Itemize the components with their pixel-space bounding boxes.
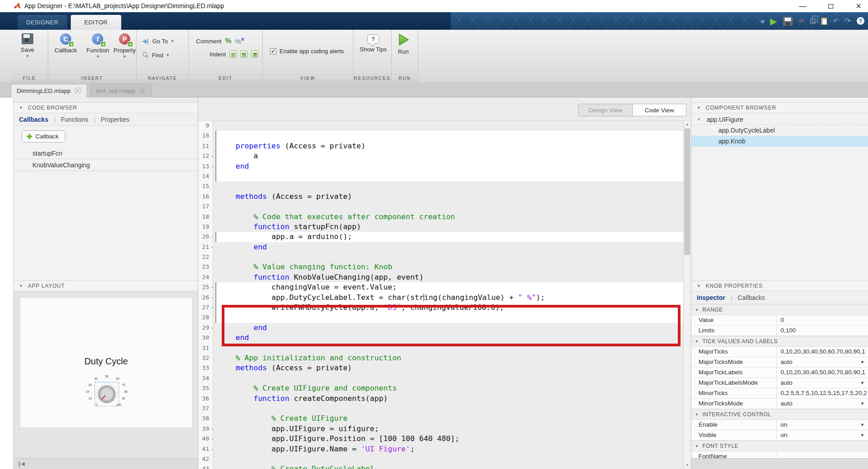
code-line[interactable]: 22 [198, 252, 683, 262]
property-section-header[interactable]: ▼RANGE [691, 304, 868, 315]
callback-list-item[interactable]: KnobValueChanging [14, 159, 198, 171]
property-value[interactable]: 0,100 [777, 326, 868, 336]
knob-properties-header[interactable]: ▼ KNOB PROPERTIES [691, 280, 868, 291]
property-value[interactable]: auto▼ [777, 399, 868, 409]
find-button[interactable]: Find ▼ [142, 51, 169, 59]
cut-icon[interactable]: ✂ [799, 18, 804, 25]
code-line[interactable]: 11 properties (Access = private) [198, 141, 683, 151]
code-line[interactable]: 14 [198, 171, 683, 181]
minimize-button[interactable]: — [798, 1, 808, 11]
tab-properties[interactable]: Properties [95, 116, 135, 123]
design-view-button[interactable]: Design View [579, 104, 632, 116]
code-text[interactable]: % Value changing function: Knob [218, 262, 392, 272]
code-line[interactable]: 35 % Create UIFigure and components [198, 383, 683, 393]
code-line[interactable]: 29- end [198, 323, 683, 333]
close-button[interactable]: × [854, 1, 863, 11]
code-line[interactable]: 13- end [198, 161, 683, 171]
code-text[interactable]: writePWMDutyCycle(app.a, 'D3', changingV… [218, 303, 504, 313]
knob-preview[interactable]: 0102030405060708090100 [80, 372, 134, 410]
code-line[interactable]: 41- app.UIFigure.Name = 'UI Figure'; [198, 444, 683, 454]
code-text[interactable]: % Code that executes after component cre… [218, 212, 455, 222]
code-line[interactable]: 20- app.a = arduino(); [198, 232, 683, 242]
coding-alerts-checkbox[interactable]: ✓ Enable app coding alerts [270, 48, 344, 55]
property-value[interactable]: 0 [777, 315, 868, 325]
tab-callbacks[interactable]: Callbacks [14, 116, 54, 123]
dropdown-arrow-icon[interactable]: ▼ [860, 399, 864, 409]
tab-callbacks[interactable]: Callbacks [732, 294, 771, 301]
code-line[interactable]: 32 % App initialization and construction [198, 353, 683, 363]
code-line[interactable]: 21- end [198, 242, 683, 252]
dropdown-arrow-icon[interactable]: ▼ [860, 357, 864, 367]
code-text[interactable]: app.UIFigure.Position = [100 100 640 480… [218, 434, 459, 444]
code-line[interactable]: 31 [198, 343, 683, 353]
code-text[interactable]: function startupFcn(app) [218, 222, 361, 232]
property-value[interactable]: auto▼ [777, 378, 868, 388]
code-text[interactable]: % Create UIFigure [218, 414, 347, 423]
scroll-down-arrow[interactable]: ▼ [684, 462, 691, 469]
code-text[interactable]: changingValue = event.Value; [218, 282, 397, 292]
tab-close-icon[interactable]: ✕ [74, 87, 81, 94]
property-value[interactable]: 0,10,20,30,40,50,60,70,80,90,1 [777, 368, 868, 377]
undo-icon[interactable]: ↶ [833, 18, 839, 25]
property-section-header[interactable]: ▼INTERACTIVE CONTROL [691, 409, 868, 420]
tab-functions[interactable]: Functions [55, 116, 94, 123]
code-line[interactable]: 26- app.DutyCycleLabel.Text = char(strin… [198, 293, 683, 303]
comment-icon[interactable]: % [225, 37, 231, 45]
code-line[interactable]: 39- app.UIFigure = uifigure; [198, 424, 683, 434]
collapse-panel-icon[interactable]: ❙◀ [17, 461, 24, 467]
dropdown-arrow-icon[interactable]: ▼ [860, 430, 864, 440]
show-tips-button[interactable]: ? Show Tips [360, 34, 387, 53]
code-line[interactable]: 42 [198, 454, 683, 464]
add-property-button[interactable]: P+ Property ▼ [114, 33, 136, 59]
copy-icon[interactable] [810, 18, 815, 24]
code-line[interactable]: 24 function KnobValueChanging(app, event… [198, 272, 683, 282]
redo-icon[interactable]: ↷ [845, 18, 851, 25]
property-value[interactable]: 0,10,20,30,40,50,60,70,80,90,1 [777, 347, 868, 357]
code-line[interactable]: 43 % Create DutyCycleLabel [198, 464, 683, 469]
indent-right-icon[interactable] [240, 51, 247, 58]
property-section-header[interactable]: ▼TICK VALUES AND LABELS [691, 336, 868, 347]
code-text[interactable]: function createComponents(app) [218, 394, 388, 404]
ribbon-tab-designer[interactable]: DESIGNER [18, 15, 67, 30]
code-line[interactable]: 37 [198, 404, 683, 414]
property-value[interactable] [777, 451, 868, 458]
run-icon[interactable]: ▶ [770, 17, 777, 26]
add-function-button[interactable]: f+ Function ▼ [87, 33, 109, 59]
run-button[interactable]: Run [397, 33, 410, 55]
code-text[interactable]: end [218, 242, 267, 252]
component-tree-item[interactable]: ▼app.UIFigure [691, 114, 868, 125]
code-line[interactable]: 33 methods (Access = private) [198, 363, 683, 373]
code-line[interactable]: 19 function startupFcn(app) [198, 222, 683, 232]
code-text[interactable]: app.DutyCycleLabel.Text = char(string(ch… [218, 293, 545, 303]
code-text[interactable]: end [218, 323, 267, 333]
dropdown-arrow-icon[interactable]: ▼ [860, 420, 864, 430]
property-value[interactable]: on▼ [777, 430, 868, 440]
component-tree-item[interactable]: app.Knob [691, 136, 868, 147]
code-text[interactable]: % Create UIFigure and components [218, 383, 397, 393]
collapse-chevron-icon[interactable]: ◀ [759, 18, 764, 24]
tab-inspector[interactable]: Inspector [691, 294, 731, 301]
dropdown-arrow-icon[interactable]: ▼ [860, 378, 864, 388]
code-editor[interactable]: 91011 properties (Access = private)12- a… [198, 121, 691, 469]
code-line[interactable]: 40- app.UIFigure.Position = [100 100 640… [198, 434, 683, 444]
help-icon[interactable]: ? [857, 17, 864, 25]
code-browser-header[interactable]: ▼ CODE BROWSER [14, 102, 198, 113]
smart-indent-icon[interactable] [229, 51, 237, 58]
indent-left-icon[interactable] [251, 51, 258, 58]
code-line[interactable]: 25- changingValue = event.Value; [198, 282, 683, 292]
code-line[interactable]: 38 % Create UIFigure [198, 414, 683, 423]
code-text[interactable]: properties (Access = private) [218, 141, 365, 151]
code-line[interactable]: 17 [198, 202, 683, 212]
maximize-button[interactable] [826, 1, 836, 11]
code-text[interactable]: app.UIFigure.Name = 'UI Figure'; [218, 444, 415, 454]
code-line[interactable]: 30 end [198, 333, 683, 343]
collapse-triangle-icon[interactable]: ▼ [19, 284, 23, 288]
save-icon[interactable] [783, 17, 793, 26]
code-line[interactable]: 23 % Value changing function: Knob [198, 262, 683, 272]
add-callback-list-button[interactable]: ✚ Callback [22, 130, 65, 143]
code-line[interactable]: 12- a [198, 151, 683, 161]
code-text[interactable]: end [218, 161, 249, 171]
collapse-triangle-icon[interactable]: ▼ [697, 284, 701, 288]
tree-expander-icon[interactable]: ▼ [697, 114, 701, 125]
callback-list-item[interactable]: startupFcn [14, 147, 198, 159]
